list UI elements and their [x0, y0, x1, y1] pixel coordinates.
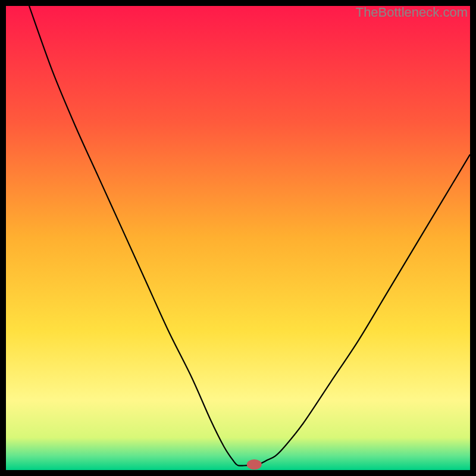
- gradient-background: [6, 6, 470, 470]
- watermark-text: TheBottleneck.com: [356, 5, 468, 20]
- chart-container: [6, 6, 470, 470]
- bottleneck-chart: [6, 6, 470, 470]
- optimal-point-marker: [247, 459, 262, 469]
